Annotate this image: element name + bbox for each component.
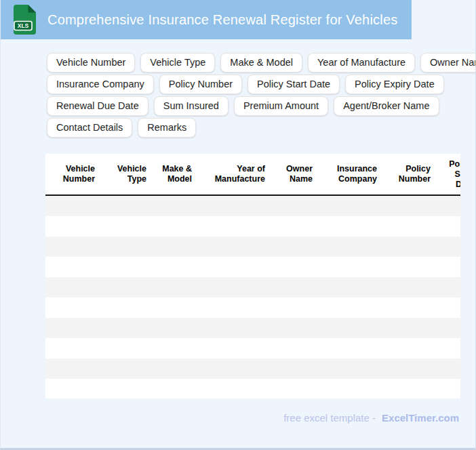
footer-text: free excel template -	[283, 412, 376, 424]
table-row	[45, 318, 460, 338]
table-row	[45, 277, 460, 298]
footer-brand-link[interactable]: ExcelTimer.com	[382, 412, 459, 424]
column-header: Vehicle Type	[99, 154, 151, 195]
column-chips: Vehicle NumberVehicle TypeMake & ModelYe…	[47, 53, 476, 140]
column-header: Owner Name	[269, 154, 317, 195]
column-header: Vehicle Number	[45, 154, 99, 195]
table-row	[45, 257, 460, 277]
column-chip[interactable]: Remarks	[138, 118, 196, 138]
page: XLS Comprehensive Insurance Renewal Regi…	[0, 0, 476, 450]
column-chip[interactable]: Contact Details	[47, 118, 132, 138]
column-header: Make & Model	[151, 154, 196, 195]
column-header: Year of Manufacture	[196, 154, 269, 195]
column-header: Policy Number	[381, 154, 435, 195]
column-header: Policy Start Date	[435, 154, 460, 195]
table-body	[45, 196, 460, 398]
table-row	[45, 216, 460, 237]
file-dogear	[28, 5, 37, 13]
xls-file-icon: XLS	[13, 5, 36, 35]
table-row	[45, 338, 460, 359]
chip-row: Insurance CompanyPolicy NumberPolicy Sta…	[47, 75, 476, 94]
register-table: Vehicle NumberVehicle TypeMake & ModelYe…	[45, 154, 460, 398]
xls-label-text: XLS	[18, 22, 29, 29]
column-chip[interactable]: Policy Start Date	[247, 75, 340, 94]
table-header-row: Vehicle NumberVehicle TypeMake & ModelYe…	[45, 154, 460, 196]
column-chip[interactable]: Renewal Due Date	[47, 96, 148, 116]
column-chip[interactable]: Policy Expiry Date	[345, 75, 444, 94]
table-row	[45, 359, 460, 379]
column-chip[interactable]: Premium Amount	[234, 96, 328, 116]
table-row	[45, 379, 460, 398]
column-chip[interactable]: Agent/Broker Name	[334, 96, 439, 116]
column-chip[interactable]: Owner Name	[420, 53, 476, 73]
table-row	[45, 298, 460, 318]
chip-row: Contact DetailsRemarks	[47, 118, 476, 138]
footer: free excel template - ExcelTimer.com	[283, 412, 459, 424]
titlebar: XLS Comprehensive Insurance Renewal Regi…	[1, 0, 412, 39]
column-chip[interactable]: Vehicle Number	[47, 53, 135, 73]
column-chip[interactable]: Year of Manufacture	[308, 53, 415, 73]
table-row	[45, 196, 460, 216]
column-chip[interactable]: Policy Number	[159, 75, 242, 94]
page-title: Comprehensive Insurance Renewal Register…	[47, 12, 397, 28]
column-chip[interactable]: Make & Model	[220, 53, 302, 73]
column-chip[interactable]: Sum Insured	[154, 96, 229, 116]
chip-row: Vehicle NumberVehicle TypeMake & ModelYe…	[47, 53, 476, 73]
chip-row: Renewal Due DateSum InsuredPremium Amoun…	[47, 96, 476, 116]
column-chip[interactable]: Insurance Company	[47, 75, 154, 94]
column-header: Insurance Company	[317, 154, 381, 195]
table-row	[45, 237, 460, 257]
column-chip[interactable]: Vehicle Type	[140, 53, 215, 73]
